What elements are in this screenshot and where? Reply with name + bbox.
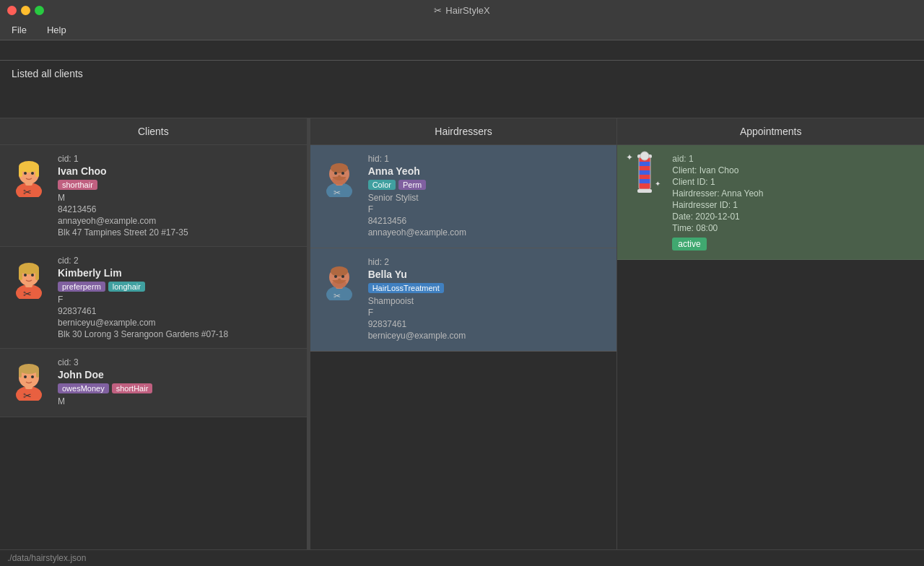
appt-client-1: Client: Ivan Choo xyxy=(672,165,917,175)
svg-text:✦: ✦ xyxy=(626,152,633,162)
hairdresser-gender-2: F xyxy=(368,308,610,318)
tag-longhair: longhair xyxy=(108,282,145,292)
hairdresser-card-2[interactable]: ✂ hid: 2 Bella Yu HairLo xyxy=(310,248,617,352)
appointment-card-1[interactable]: ✦ ✦ xyxy=(617,145,924,260)
appt-hairdresser-1: Hairdresser: Anna Yeoh xyxy=(672,188,917,199)
client-id-2: cid: 2 xyxy=(58,256,300,266)
svg-point-44 xyxy=(338,279,341,281)
maximize-button[interactable] xyxy=(35,6,44,15)
tag-color: Color xyxy=(368,180,396,190)
client-phone-1: 84213456 xyxy=(58,204,300,214)
appt-time-1: Time: 08:00 xyxy=(672,223,917,233)
svg-text:✂: ✂ xyxy=(23,390,32,401)
svg-text:✂: ✂ xyxy=(23,186,32,197)
appt-date-1: Date: 2020-12-01 xyxy=(672,212,917,222)
hairdresser-role-1: Senior Stylist xyxy=(368,193,610,203)
hairdressers-header: Hairdressers xyxy=(310,118,617,145)
barber-pole-icon: ✦ ✦ xyxy=(624,154,665,194)
scissors-icon: ✂ xyxy=(434,5,442,16)
hairdresser-avatar-1: ✂ xyxy=(318,154,361,197)
minimize-button[interactable] xyxy=(21,6,30,15)
bottom-statusbar: ./data/hairstylex.json xyxy=(0,549,924,566)
client-card-2[interactable]: ✂ cid: 2 Kimberly Lim pr xyxy=(0,247,307,349)
hairdresser-phone-2: 92837461 xyxy=(368,319,610,329)
appt-client-id-1: Client ID: 1 xyxy=(672,177,917,187)
client-id-1: cid: 1 xyxy=(58,154,300,164)
svg-text:✂: ✂ xyxy=(23,288,32,299)
hairdresser-info-2: hid: 2 Bella Yu HairLossTreatment Shampo… xyxy=(368,257,610,342)
appt-status-badge: active xyxy=(672,235,917,251)
svg-point-25 xyxy=(24,375,27,378)
svg-rect-57 xyxy=(637,189,652,193)
hairdresser-tags-2: HairLossTreatment xyxy=(368,283,610,293)
client-card-3[interactable]: ✂ cid: 3 John Doe owesMo xyxy=(0,349,307,417)
client-id-3: cid: 3 xyxy=(58,357,300,367)
search-input[interactable] xyxy=(7,45,917,56)
client-info-3: cid: 3 John Doe owesMoney shortHair M xyxy=(58,357,300,408)
avatar-3: ✂ xyxy=(7,357,51,401)
main-content: Clients ✂ xyxy=(0,118,924,549)
svg-text:✂: ✂ xyxy=(334,188,341,197)
client-gender-2: F xyxy=(58,295,300,305)
svg-point-58 xyxy=(640,152,649,160)
client-name-3: John Doe xyxy=(58,369,300,380)
svg-rect-54 xyxy=(639,170,650,175)
tag-shorthair3: shortHair xyxy=(112,383,153,393)
client-address-1: Blk 47 Tampines Street 20 #17-35 xyxy=(58,227,300,238)
status-message: Listed all clients xyxy=(12,68,83,79)
client-gender-3: M xyxy=(58,396,300,406)
hairdressers-list: ✂ xyxy=(310,145,617,549)
hairdresser-email-2: berniceyu@example.com xyxy=(368,331,610,341)
svg-point-16 xyxy=(24,274,27,277)
clients-list: ✂ xyxy=(0,145,307,549)
svg-point-33 xyxy=(334,172,337,175)
svg-text:✂: ✂ xyxy=(334,291,341,300)
hairdresser-role-2: Shampooist xyxy=(368,296,610,306)
hairdresser-phone-1: 84213456 xyxy=(368,216,610,226)
tag-preferperm: preferperm xyxy=(58,282,105,292)
clients-header: Clients xyxy=(0,118,307,145)
client-card-1[interactable]: ✂ xyxy=(0,145,307,247)
menu-help[interactable]: Help xyxy=(43,23,71,37)
tag-owesmoney: owesMoney xyxy=(58,383,109,393)
svg-rect-6 xyxy=(35,167,39,177)
hairdresser-id-1: hid: 1 xyxy=(368,154,610,164)
tag-shorthair: shorthair xyxy=(58,180,97,190)
svg-point-31 xyxy=(331,163,348,173)
client-gender-1: M xyxy=(58,193,300,203)
close-button[interactable] xyxy=(7,6,17,15)
hairdresser-gender-1: F xyxy=(368,204,610,214)
app-title: ✂ HairStyleX xyxy=(434,5,489,16)
svg-point-7 xyxy=(24,172,27,175)
svg-rect-52 xyxy=(639,183,650,189)
tag-perm: Perm xyxy=(398,180,426,190)
tag-hairlosstreatment: HairLossTreatment xyxy=(368,283,444,293)
svg-rect-24 xyxy=(36,369,39,378)
file-path: ./data/hairstylex.json xyxy=(7,553,86,563)
svg-point-40 xyxy=(331,266,348,277)
hairdresser-name-2: Bella Yu xyxy=(368,269,610,280)
titlebar: ✂ HairStyleX xyxy=(0,0,924,20)
svg-point-8 xyxy=(31,172,34,175)
client-info-1: cid: 1 Ivan Choo shorthair M 84213456 an… xyxy=(58,154,300,238)
client-tags-1: shorthair xyxy=(58,180,300,190)
menu-file[interactable]: File xyxy=(7,23,31,37)
svg-point-22 xyxy=(19,364,39,374)
client-info-2: cid: 2 Kimberly Lim preferperm longhair … xyxy=(58,256,300,339)
avatar-2: ✂ xyxy=(7,256,51,299)
clients-column: Clients ✂ xyxy=(0,118,308,549)
hairdresser-avatar-2: ✂ xyxy=(318,257,361,300)
menubar: File Help xyxy=(0,20,924,40)
appt-hairdresser-id-1: Hairdresser ID: 1 xyxy=(672,200,917,210)
svg-point-43 xyxy=(341,275,344,278)
svg-point-34 xyxy=(341,172,344,175)
hairdresser-info-1: hid: 1 Anna Yeoh Color Perm Senior Styli… xyxy=(368,154,610,239)
hairdresser-card-1[interactable]: ✂ xyxy=(310,145,617,248)
client-email-1: annayeoh@example.com xyxy=(58,216,300,226)
window-controls[interactable] xyxy=(7,6,44,15)
client-tags-2: preferperm longhair xyxy=(58,282,300,292)
status-area: Listed all clients xyxy=(0,61,924,118)
appointments-column: Appointments ✦ ✦ xyxy=(617,118,924,549)
svg-point-17 xyxy=(31,274,34,277)
client-address-2: Blk 30 Lorong 3 Serangoon Gardens #07-18 xyxy=(58,329,300,339)
